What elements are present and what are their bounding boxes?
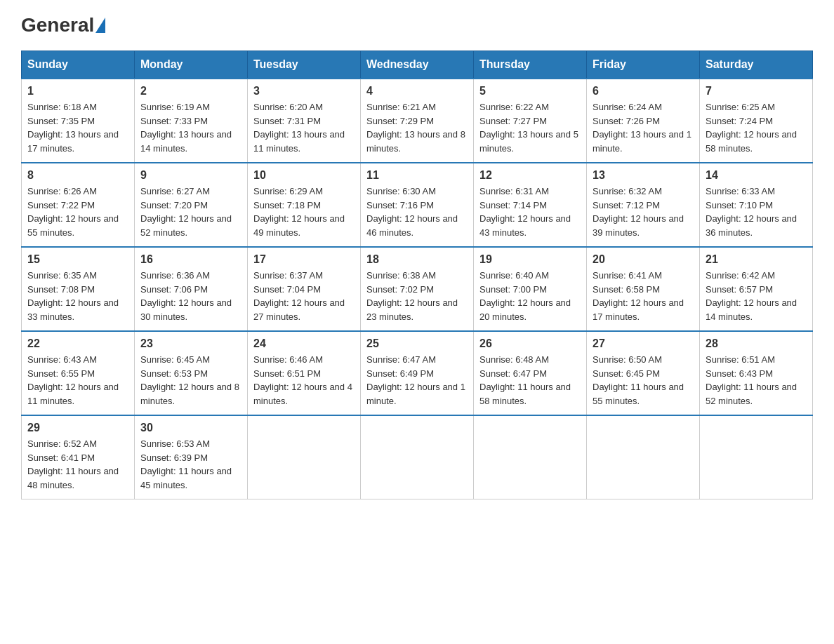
day-info: Sunrise: 6:38 AMSunset: 7:02 PMDaylight:…	[366, 269, 468, 323]
calendar-cell: 10Sunrise: 6:29 AMSunset: 7:18 PMDayligh…	[248, 163, 361, 247]
day-info: Sunrise: 6:43 AMSunset: 6:55 PMDaylight:…	[27, 353, 128, 408]
calendar-cell: 7Sunrise: 6:25 AMSunset: 7:24 PMDaylight…	[700, 79, 813, 163]
day-of-week-header: Wednesday	[361, 51, 474, 79]
day-info: Sunrise: 6:37 AMSunset: 7:04 PMDaylight:…	[253, 269, 355, 323]
day-of-week-header: Sunday	[22, 51, 135, 79]
day-number: 23	[140, 337, 241, 350]
day-info: Sunrise: 6:27 AMSunset: 7:20 PMDaylight:…	[140, 185, 241, 239]
day-number: 10	[253, 169, 355, 182]
day-number: 13	[593, 169, 694, 182]
calendar-week-row: 8Sunrise: 6:26 AMSunset: 7:22 PMDaylight…	[22, 163, 813, 247]
calendar-cell: 16Sunrise: 6:36 AMSunset: 7:06 PMDayligh…	[135, 247, 248, 331]
day-info: Sunrise: 6:40 AMSunset: 7:00 PMDaylight:…	[479, 269, 581, 323]
calendar-cell	[474, 415, 587, 499]
day-info: Sunrise: 6:21 AMSunset: 7:29 PMDaylight:…	[366, 100, 468, 155]
day-number: 15	[27, 253, 128, 266]
day-info: Sunrise: 6:48 AMSunset: 6:47 PMDaylight:…	[479, 353, 581, 408]
day-number: 21	[706, 253, 807, 266]
day-of-week-header: Tuesday	[248, 51, 361, 79]
logo: General	[21, 14, 105, 36]
calendar-week-row: 29Sunrise: 6:52 AMSunset: 6:41 PMDayligh…	[22, 415, 813, 499]
calendar-cell	[361, 415, 474, 499]
calendar-cell: 27Sunrise: 6:50 AMSunset: 6:45 PMDayligh…	[587, 331, 700, 415]
day-number: 29	[27, 422, 128, 434]
day-number: 30	[140, 422, 241, 434]
calendar-header-row: SundayMondayTuesdayWednesdayThursdayFrid…	[22, 51, 813, 79]
calendar-cell: 30Sunrise: 6:53 AMSunset: 6:39 PMDayligh…	[135, 415, 248, 499]
calendar-cell: 20Sunrise: 6:41 AMSunset: 6:58 PMDayligh…	[587, 247, 700, 331]
calendar-cell: 19Sunrise: 6:40 AMSunset: 7:00 PMDayligh…	[474, 247, 587, 331]
day-info: Sunrise: 6:31 AMSunset: 7:14 PMDaylight:…	[479, 185, 581, 239]
calendar-cell: 2Sunrise: 6:19 AMSunset: 7:33 PMDaylight…	[135, 79, 248, 163]
day-info: Sunrise: 6:46 AMSunset: 6:51 PMDaylight:…	[253, 353, 355, 408]
day-number: 17	[253, 253, 355, 266]
day-number: 12	[479, 169, 581, 182]
day-info: Sunrise: 6:20 AMSunset: 7:31 PMDaylight:…	[253, 100, 355, 155]
calendar-cell: 3Sunrise: 6:20 AMSunset: 7:31 PMDaylight…	[248, 79, 361, 163]
day-info: Sunrise: 6:33 AMSunset: 7:10 PMDaylight:…	[706, 185, 807, 239]
calendar-cell	[248, 415, 361, 499]
logo-triangle-icon	[95, 18, 105, 33]
calendar-cell: 23Sunrise: 6:45 AMSunset: 6:53 PMDayligh…	[135, 331, 248, 415]
day-number: 5	[479, 85, 581, 98]
day-of-week-header: Saturday	[700, 51, 813, 79]
calendar-cell: 26Sunrise: 6:48 AMSunset: 6:47 PMDayligh…	[474, 331, 587, 415]
day-info: Sunrise: 6:18 AMSunset: 7:35 PMDaylight:…	[27, 100, 128, 155]
calendar-week-row: 1Sunrise: 6:18 AMSunset: 7:35 PMDaylight…	[22, 79, 813, 163]
day-info: Sunrise: 6:30 AMSunset: 7:16 PMDaylight:…	[366, 185, 468, 239]
calendar-cell: 29Sunrise: 6:52 AMSunset: 6:41 PMDayligh…	[22, 415, 135, 499]
calendar-cell: 13Sunrise: 6:32 AMSunset: 7:12 PMDayligh…	[587, 163, 700, 247]
calendar-cell: 18Sunrise: 6:38 AMSunset: 7:02 PMDayligh…	[361, 247, 474, 331]
day-info: Sunrise: 6:36 AMSunset: 7:06 PMDaylight:…	[140, 269, 241, 323]
day-number: 20	[593, 253, 694, 266]
day-info: Sunrise: 6:47 AMSunset: 6:49 PMDaylight:…	[366, 353, 468, 408]
day-number: 27	[593, 337, 694, 350]
day-number: 16	[140, 253, 241, 266]
day-number: 22	[27, 337, 128, 350]
day-info: Sunrise: 6:53 AMSunset: 6:39 PMDaylight:…	[140, 437, 241, 492]
day-of-week-header: Thursday	[474, 51, 587, 79]
calendar-cell: 15Sunrise: 6:35 AMSunset: 7:08 PMDayligh…	[22, 247, 135, 331]
day-number: 11	[366, 169, 468, 182]
calendar-week-row: 22Sunrise: 6:43 AMSunset: 6:55 PMDayligh…	[22, 331, 813, 415]
day-number: 28	[706, 337, 807, 350]
calendar-cell: 11Sunrise: 6:30 AMSunset: 7:16 PMDayligh…	[361, 163, 474, 247]
day-number: 4	[366, 85, 468, 98]
page-header: General	[21, 14, 813, 36]
calendar-week-row: 15Sunrise: 6:35 AMSunset: 7:08 PMDayligh…	[22, 247, 813, 331]
day-number: 6	[593, 85, 694, 98]
day-info: Sunrise: 6:50 AMSunset: 6:45 PMDaylight:…	[593, 353, 694, 408]
calendar-cell: 22Sunrise: 6:43 AMSunset: 6:55 PMDayligh…	[22, 331, 135, 415]
calendar-cell: 25Sunrise: 6:47 AMSunset: 6:49 PMDayligh…	[361, 331, 474, 415]
calendar-cell: 17Sunrise: 6:37 AMSunset: 7:04 PMDayligh…	[248, 247, 361, 331]
calendar-cell: 21Sunrise: 6:42 AMSunset: 6:57 PMDayligh…	[700, 247, 813, 331]
day-info: Sunrise: 6:45 AMSunset: 6:53 PMDaylight:…	[140, 353, 241, 408]
day-number: 18	[366, 253, 468, 266]
day-info: Sunrise: 6:32 AMSunset: 7:12 PMDaylight:…	[593, 185, 694, 239]
day-info: Sunrise: 6:35 AMSunset: 7:08 PMDaylight:…	[27, 269, 128, 323]
day-info: Sunrise: 6:52 AMSunset: 6:41 PMDaylight:…	[27, 437, 128, 492]
day-number: 24	[253, 337, 355, 350]
calendar-cell: 12Sunrise: 6:31 AMSunset: 7:14 PMDayligh…	[474, 163, 587, 247]
day-number: 7	[706, 85, 807, 98]
calendar-cell	[587, 415, 700, 499]
day-info: Sunrise: 6:25 AMSunset: 7:24 PMDaylight:…	[706, 100, 807, 155]
day-info: Sunrise: 6:24 AMSunset: 7:26 PMDaylight:…	[593, 100, 694, 155]
calendar-cell: 4Sunrise: 6:21 AMSunset: 7:29 PMDaylight…	[361, 79, 474, 163]
day-number: 2	[140, 85, 241, 98]
calendar-table: SundayMondayTuesdayWednesdayThursdayFrid…	[21, 51, 813, 499]
calendar-cell	[700, 415, 813, 499]
day-number: 26	[479, 337, 581, 350]
calendar-cell: 5Sunrise: 6:22 AMSunset: 7:27 PMDaylight…	[474, 79, 587, 163]
calendar-cell: 9Sunrise: 6:27 AMSunset: 7:20 PMDaylight…	[135, 163, 248, 247]
calendar-cell: 8Sunrise: 6:26 AMSunset: 7:22 PMDaylight…	[22, 163, 135, 247]
calendar-cell: 1Sunrise: 6:18 AMSunset: 7:35 PMDaylight…	[22, 79, 135, 163]
day-of-week-header: Monday	[135, 51, 248, 79]
day-number: 1	[27, 85, 128, 98]
day-info: Sunrise: 6:51 AMSunset: 6:43 PMDaylight:…	[706, 353, 807, 408]
logo-general-text: General	[21, 14, 94, 36]
day-info: Sunrise: 6:22 AMSunset: 7:27 PMDaylight:…	[479, 100, 581, 155]
day-info: Sunrise: 6:29 AMSunset: 7:18 PMDaylight:…	[253, 185, 355, 239]
calendar-cell: 24Sunrise: 6:46 AMSunset: 6:51 PMDayligh…	[248, 331, 361, 415]
day-number: 14	[706, 169, 807, 182]
